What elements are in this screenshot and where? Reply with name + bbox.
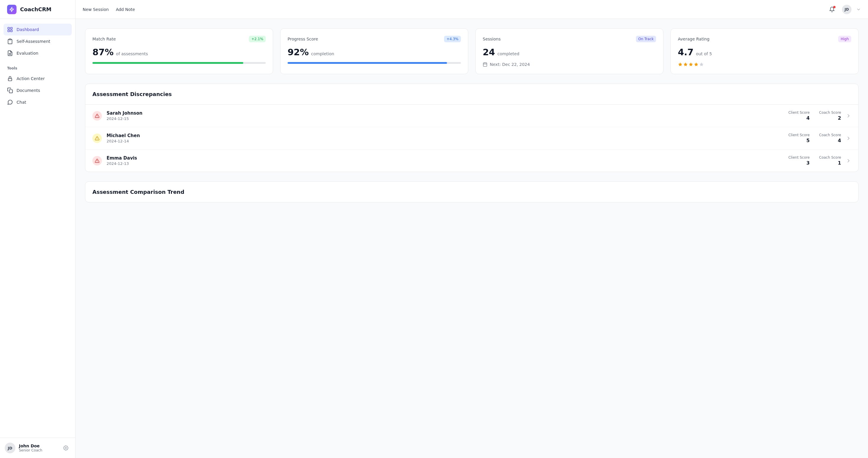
sidebar-header: CoachCRM (0, 0, 75, 19)
score-label: Client Score (788, 133, 810, 137)
client-score-col: Client Score 3 (788, 155, 810, 166)
svg-rect-3 (11, 30, 12, 32)
progress-bar (92, 62, 266, 64)
discrepancy-row[interactable]: Emma Davis 2024-12-13 Client Score 3 Coa… (85, 149, 858, 172)
sidebar-nav: DashboardSelf-AssessmentEvaluation Tools… (0, 19, 75, 438)
user-menu-toggle[interactable] (856, 7, 861, 12)
discrepancy-row[interactable]: Michael Chen 2024-12-14 Client Score 5 C… (85, 127, 858, 149)
notifications-button[interactable] (827, 4, 837, 15)
stat-sub: completion (311, 51, 334, 56)
star-icon (699, 62, 704, 67)
file-text-icon (7, 50, 13, 56)
svg-rect-1 (11, 27, 12, 29)
svg-rect-2 (8, 30, 10, 32)
panel-title: Assessment Discrepancies (92, 91, 851, 97)
score-label: Client Score (788, 111, 810, 115)
copy-icon (7, 87, 13, 93)
stat-value: 92% (287, 47, 309, 57)
sidebar-item-label: Evaluation (17, 51, 38, 56)
sidebar-item-chat[interactable]: Chat (4, 96, 72, 108)
calendar-icon (483, 62, 488, 67)
star-icon (694, 62, 699, 67)
message-circle-icon (7, 99, 13, 105)
sidebar-item-dashboard[interactable]: Dashboard (4, 24, 72, 35)
user-avatar[interactable]: JD (5, 442, 16, 453)
settings-button[interactable] (61, 443, 70, 453)
stat-grid: Match Rate +2.1% 87% of assessments Prog… (85, 28, 859, 74)
content[interactable]: Match Rate +2.1% 87% of assessments Prog… (75, 19, 868, 458)
chevron-down-icon (856, 7, 861, 12)
topbar-avatar[interactable]: JD (842, 5, 851, 14)
discrepancy-row[interactable]: Sarah Johnson 2024-12-15 Client Score 4 … (85, 105, 858, 127)
stat-badge: +4.3% (444, 36, 461, 42)
discrepancies-panel: Assessment Discrepancies Sarah Johnson 2… (85, 84, 859, 172)
discrepancies-list: Sarah Johnson 2024-12-15 Client Score 4 … (85, 104, 858, 172)
sidebar-item-label: Documents (17, 88, 40, 93)
score-columns: Client Score 5 Coach Score 4 (788, 133, 841, 143)
user-meta: John Doe Senior Coach (19, 443, 58, 452)
stat-badge: On Track (636, 36, 656, 42)
stat-title: Match Rate (92, 37, 116, 41)
coach-score-col: Coach Score 1 (819, 155, 841, 166)
sidebar-item-label: Dashboard (17, 27, 39, 32)
nav-section-tools-label: Tools (4, 66, 72, 73)
coach-score-value: 2 (819, 115, 841, 121)
topbar-link-new-session[interactable]: New Session (83, 7, 108, 12)
score-columns: Client Score 3 Coach Score 1 (788, 155, 841, 166)
topbar: New SessionAdd Note JD (75, 0, 868, 19)
stat-sub: of assessments (116, 51, 148, 56)
sidebar-item-label: Chat (17, 100, 26, 105)
coach-score-col: Coach Score 2 (819, 111, 841, 121)
discrepancy-meta: Emma Davis 2024-12-13 (106, 155, 783, 166)
brand-name: CoachCRM (20, 6, 51, 12)
main: New SessionAdd Note JD Match Rate +2.1% (75, 0, 868, 458)
score-label: Coach Score (819, 155, 841, 160)
client-score-value: 5 (788, 138, 810, 143)
notification-dot (833, 6, 836, 8)
discrepancy-meta: Michael Chen 2024-12-14 (106, 133, 783, 143)
svg-rect-4 (9, 39, 11, 40)
gear-icon (63, 445, 68, 451)
svg-rect-6 (9, 90, 13, 93)
star-rating (678, 62, 851, 67)
stat-title: Progress Score (287, 37, 318, 41)
sidebar-item-evaluation[interactable]: Evaluation (4, 47, 72, 59)
sidebar-item-documents[interactable]: Documents (4, 85, 72, 96)
logo-icon (7, 5, 17, 14)
stat-sub: completed (497, 51, 519, 56)
sidebar-item-action-center[interactable]: Action Center (4, 73, 72, 85)
panel-title: Assessment Comparison Trend (92, 189, 851, 195)
stat-value: 4.7 (678, 47, 693, 57)
sidebar-item-label: Action Center (17, 76, 44, 81)
next-session-row: Next: Dec 22, 2024 (483, 62, 656, 67)
star-icon (688, 62, 693, 67)
lock-icon (7, 76, 13, 82)
layout-grid-icon (7, 27, 13, 32)
progress-bar (287, 62, 461, 64)
sidebar-footer: JD John Doe Senior Coach (0, 438, 75, 458)
client-date: 2024-12-15 (106, 116, 783, 121)
stat-value: 87% (92, 47, 114, 57)
user-role: Senior Coach (19, 448, 58, 452)
stat-card-sessions: Sessions On Track 24 completed Next: Dec… (475, 28, 663, 74)
svg-rect-5 (8, 78, 12, 81)
stat-card-progress-score: Progress Score +4.3% 92% completion (280, 28, 468, 74)
client-name: Sarah Johnson (106, 111, 783, 116)
topbar-links: New SessionAdd Note (83, 7, 135, 12)
stat-badge: High (838, 36, 851, 42)
sidebar-item-self-assessment[interactable]: Self-Assessment (4, 35, 72, 47)
client-name: Michael Chen (106, 133, 783, 138)
next-session-label: Next: Dec 22, 2024 (490, 62, 530, 67)
clipboard-icon (7, 38, 13, 44)
score-label: Coach Score (819, 133, 841, 137)
client-score-col: Client Score 5 (788, 133, 810, 143)
coach-score-value: 4 (819, 138, 841, 143)
topbar-link-add-note[interactable]: Add Note (116, 7, 135, 12)
svg-rect-8 (483, 63, 487, 66)
svg-point-7 (65, 447, 67, 449)
alert-triangle-icon (92, 134, 102, 143)
topbar-right: JD (827, 4, 861, 15)
user-name: John Doe (19, 443, 58, 448)
coach-score-value: 1 (819, 160, 841, 166)
sidebar-item-label: Self-Assessment (17, 39, 50, 44)
